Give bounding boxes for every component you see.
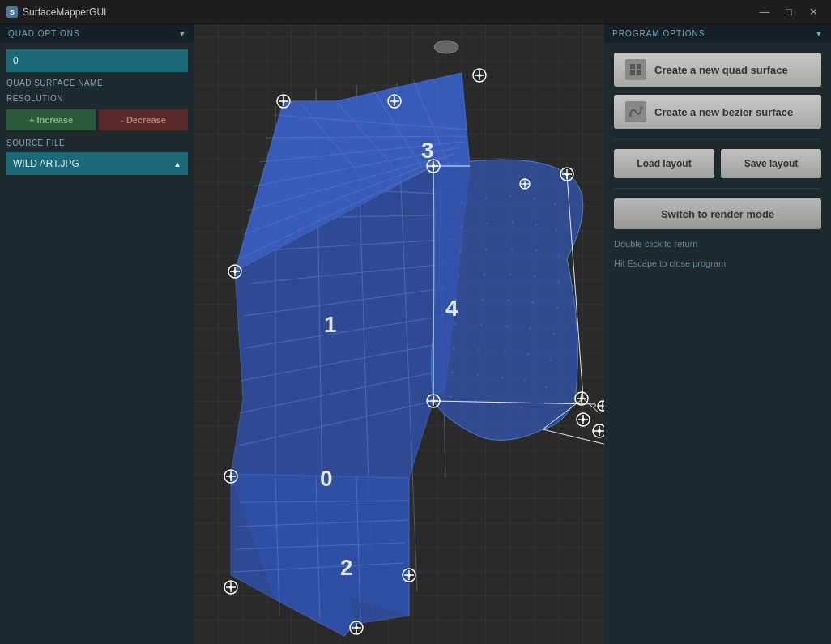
program-options-header: Program Options ▼ <box>604 24 831 43</box>
svg-point-29 <box>554 203 556 206</box>
divider-2 <box>614 188 821 189</box>
svg-point-32 <box>512 221 514 224</box>
surface-label-1: 1 <box>324 312 337 337</box>
resolution-row: + Increase - Decrease <box>6 109 188 130</box>
surface-label-4: 4 <box>445 296 458 321</box>
svg-point-26 <box>485 198 488 200</box>
svg-point-61 <box>477 374 479 377</box>
svg-point-44 <box>558 281 560 284</box>
program-options-label: Program Options <box>612 29 705 38</box>
source-select-arrow: ▲ <box>173 160 181 168</box>
svg-point-64 <box>545 386 548 389</box>
svg-rect-160 <box>630 70 635 75</box>
quad-options-content: Quad Surface Name Resolution + Increase … <box>0 43 194 181</box>
svg-point-63 <box>524 380 526 382</box>
svg-point-58 <box>527 353 530 356</box>
app-icon: S <box>6 6 18 18</box>
svg-point-66 <box>475 399 477 402</box>
svg-point-157 <box>434 41 458 53</box>
main-container: Quad Options ▼ Quad Surface Name Resolut… <box>0 24 831 644</box>
svg-point-30 <box>461 226 463 228</box>
svg-point-25 <box>461 202 463 204</box>
svg-point-57 <box>504 351 506 353</box>
svg-point-41 <box>484 274 486 276</box>
quad-options-arrow: ▼ <box>178 29 186 38</box>
app-title: SurfaceMapperGUI <box>23 6 106 18</box>
surface-name-label: Quad Surface Name <box>6 79 188 87</box>
svg-rect-158 <box>630 64 635 69</box>
svg-point-50 <box>454 323 457 326</box>
surface-label-0: 0 <box>320 466 333 491</box>
svg-point-34 <box>556 229 558 232</box>
svg-point-43 <box>534 275 536 278</box>
quad-options-header: Quad Options ▼ <box>0 24 194 43</box>
svg-point-54 <box>553 333 556 335</box>
svg-point-65 <box>450 396 452 399</box>
new-quad-icon <box>625 59 646 80</box>
svg-point-52 <box>506 326 509 328</box>
svg-point-46 <box>482 299 484 301</box>
svg-point-28 <box>534 198 536 200</box>
title-bar: S SurfaceMapperGUI — □ ✕ <box>0 0 831 24</box>
svg-point-55 <box>453 348 455 350</box>
load-layout-button[interactable]: Load layout <box>614 149 714 178</box>
svg-point-35 <box>459 250 462 253</box>
surface-label-2: 2 <box>340 555 353 580</box>
right-panel: Program Options ▼ Create a new quad surf… <box>604 24 831 644</box>
close-button[interactable]: ✕ <box>802 3 825 21</box>
new-quad-button[interactable]: Create a new quad surface <box>614 53 821 87</box>
source-file-select[interactable]: WILD ART.JPG ▲ <box>6 152 188 175</box>
double-click-hint: Double click to return <box>614 239 821 249</box>
svg-rect-159 <box>637 64 641 69</box>
source-file-label: Source file <box>6 139 188 147</box>
divider-1 <box>614 139 821 139</box>
program-options-arrow: ▼ <box>815 29 823 38</box>
program-options-content: Create a new quad surface Create a new b… <box>604 43 831 278</box>
svg-point-36 <box>485 249 488 251</box>
surface-name-input[interactable] <box>6 49 188 72</box>
source-file-value: WILD ART.JPG <box>13 158 79 169</box>
canvas-svg: 1 4 3 0 2 <box>194 24 604 644</box>
svg-point-49 <box>556 307 559 309</box>
minimize-button[interactable]: — <box>753 3 776 21</box>
svg-point-48 <box>532 301 535 304</box>
svg-line-83 <box>583 399 599 413</box>
svg-point-51 <box>480 324 483 326</box>
surface-label-3: 3 <box>421 138 434 163</box>
svg-point-39 <box>558 255 560 258</box>
new-quad-label: Create a new quad surface <box>654 64 788 76</box>
resolution-label: Resolution <box>6 94 188 103</box>
svg-point-163 <box>640 106 643 109</box>
new-bezier-label: Create a new bezier surface <box>654 106 793 118</box>
left-panel: Quad Options ▼ Quad Surface Name Resolut… <box>0 24 194 644</box>
maximize-button[interactable]: □ <box>778 3 800 21</box>
svg-point-62 <box>501 377 504 379</box>
svg-point-27 <box>509 195 512 198</box>
svg-point-37 <box>511 248 514 250</box>
svg-point-38 <box>535 249 538 252</box>
quad-options-label: Quad Options <box>8 29 80 38</box>
save-layout-button[interactable]: Save layout <box>721 149 821 178</box>
decrease-button[interactable]: - Decrease <box>99 109 188 130</box>
svg-point-59 <box>550 360 552 362</box>
svg-point-68 <box>521 407 523 409</box>
switch-render-button[interactable]: Switch to render mode <box>614 198 821 229</box>
escape-hint: Hit Escape to close program <box>614 258 821 268</box>
title-bar-left: S SurfaceMapperGUI <box>6 6 106 18</box>
svg-line-84 <box>543 429 604 466</box>
layout-buttons: Load layout Save layout <box>614 149 821 178</box>
new-bezier-icon <box>625 101 646 122</box>
svg-point-42 <box>509 274 512 276</box>
svg-point-162 <box>629 114 632 117</box>
increase-button[interactable]: + Increase <box>6 109 96 130</box>
svg-rect-161 <box>637 70 641 75</box>
svg-point-60 <box>451 372 454 374</box>
svg-point-47 <box>508 300 510 302</box>
canvas-area[interactable]: 1 4 3 0 2 <box>194 24 604 644</box>
svg-point-56 <box>479 349 481 352</box>
svg-point-40 <box>458 275 460 277</box>
new-bezier-button[interactable]: Create a new bezier surface <box>614 95 821 129</box>
svg-point-53 <box>530 327 532 330</box>
svg-point-33 <box>535 224 538 226</box>
svg-point-31 <box>487 223 489 225</box>
